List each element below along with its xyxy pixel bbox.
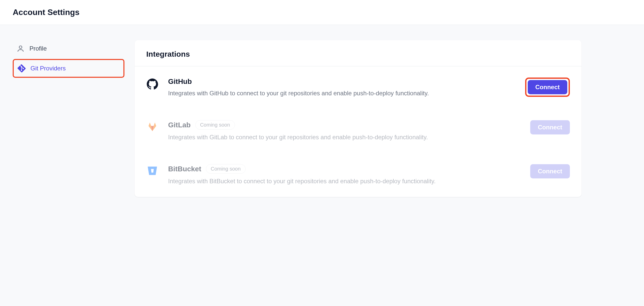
integrations-panel: Integrations GitHub Integrates with GitH…: [135, 40, 582, 197]
sidebar-item-profile[interactable]: Profile: [13, 40, 124, 57]
integration-desc: Integrates with GitHub to connect to you…: [168, 89, 516, 98]
integration-row-github: GitHub Integrates with GitHub to connect…: [135, 66, 582, 109]
page-header: Account Settings: [0, 0, 644, 25]
integration-row-gitlab: GitLab Coming soon Integrates with GitLa…: [135, 109, 582, 153]
user-icon: [16, 44, 25, 53]
sidebar-item-git-providers[interactable]: Git Providers: [13, 59, 124, 78]
git-icon: [17, 64, 26, 73]
panel-title: Integrations: [146, 50, 570, 58]
coming-soon-badge: Coming soon: [195, 120, 235, 130]
integration-title-row: GitLab Coming soon: [168, 120, 521, 130]
svg-point-0: [19, 46, 22, 49]
connect-highlight: Connect: [525, 78, 570, 97]
gitlab-icon: [146, 121, 158, 133]
page-title: Account Settings: [13, 8, 631, 17]
coming-soon-badge: Coming soon: [206, 164, 246, 174]
sidebar-nav: Profile Git Providers: [13, 40, 124, 78]
sidebar-item-label: Git Providers: [30, 65, 66, 72]
integration-title: GitHub: [168, 78, 192, 86]
integration-desc: Integrates with BitBucket to connect to …: [168, 177, 521, 186]
sidebar-item-label: Profile: [29, 45, 47, 52]
connect-button-gitlab: Connect: [530, 120, 570, 134]
connect-button-github[interactable]: Connect: [528, 80, 567, 94]
integration-row-bitbucket: BitBucket Coming soon Integrates with Bi…: [135, 153, 582, 197]
connect-button-bitbucket: Connect: [530, 164, 570, 178]
integration-body: GitHub Integrates with GitHub to connect…: [168, 78, 516, 98]
integration-title: BitBucket: [168, 165, 201, 173]
integration-title-row: BitBucket Coming soon: [168, 164, 521, 174]
content-area: Profile Git Providers Integrations: [0, 25, 644, 212]
integration-body: GitLab Coming soon Integrates with GitLa…: [168, 120, 521, 142]
integration-desc: Integrates with GitLab to connect to you…: [168, 133, 521, 142]
integration-title: GitLab: [168, 121, 191, 129]
integration-title-row: GitHub: [168, 78, 516, 86]
integration-body: BitBucket Coming soon Integrates with Bi…: [168, 164, 521, 186]
github-icon: [146, 78, 158, 90]
panel-header: Integrations: [135, 40, 582, 66]
bitbucket-icon: [146, 165, 158, 177]
